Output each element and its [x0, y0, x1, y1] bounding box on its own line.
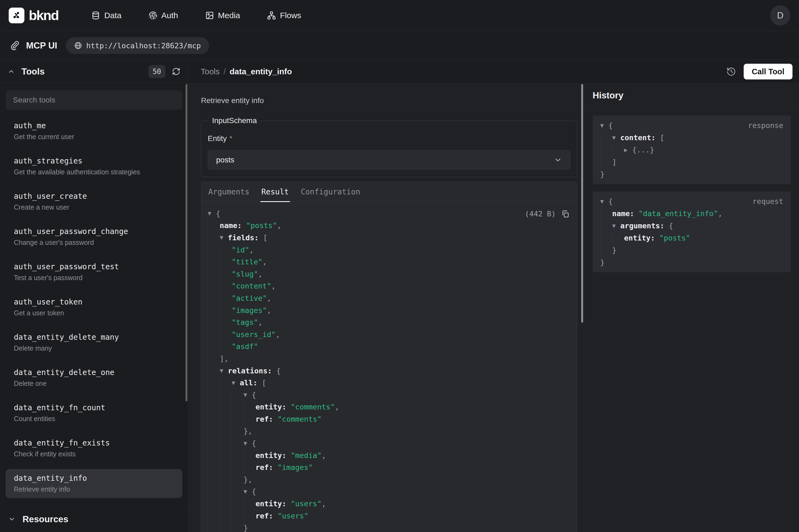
- server-url: http://localhost:28623/mcp: [86, 41, 201, 50]
- nav-item-flows[interactable]: Flows: [267, 11, 301, 20]
- expand-toggle-icon[interactable]: ▼: [220, 235, 228, 240]
- search-input[interactable]: [6, 90, 182, 110]
- expand-toggle-icon[interactable]: ▼: [220, 368, 228, 373]
- tab-result[interactable]: Result: [262, 182, 289, 202]
- history-icon[interactable]: [726, 67, 736, 76]
- nav-item-data[interactable]: Data: [91, 11, 121, 20]
- indent-guide: [208, 353, 220, 365]
- indent-guide: [208, 401, 220, 413]
- tool-item-data_entity_delete_many[interactable]: data_entity_delete_manyDelete many: [6, 328, 182, 357]
- tool-description: Delete many: [14, 344, 174, 352]
- json-line: "content",: [208, 280, 570, 292]
- chevron-down-icon: [554, 156, 562, 164]
- tool-item-auth_user_password_change[interactable]: auth_user_password_changeChange a user's…: [6, 222, 182, 251]
- history-entry-request[interactable]: request▼{name: "data_entity_info",▼argum…: [593, 191, 791, 272]
- expand-toggle-icon[interactable]: ▼: [208, 211, 216, 216]
- expand-toggle-icon[interactable]: ▼: [600, 199, 608, 204]
- indent-guide: [600, 132, 612, 144]
- indent-guide: [208, 220, 220, 232]
- indent-guide: [220, 244, 232, 256]
- indent-guide: [232, 522, 244, 532]
- tool-item-data_entity_fn_count[interactable]: data_entity_fn_countCount entities: [6, 399, 182, 428]
- expand-toggle-icon[interactable]: ▼: [232, 380, 240, 385]
- expand-toggle-icon[interactable]: ▼: [612, 223, 620, 229]
- tools-count-badge: 50: [148, 65, 166, 78]
- tool-name: data_entity_delete_one: [14, 368, 174, 377]
- tool-item-auth_user_create[interactable]: auth_user_createCreate a new user: [6, 187, 182, 216]
- tool-item-auth_me[interactable]: auth_meGet the current user: [6, 117, 182, 146]
- json-line: entity: "comments",: [208, 401, 570, 413]
- result-size: (442 B): [525, 210, 556, 218]
- tool-name: auth_user_create: [14, 192, 174, 201]
- indent-guide: [208, 232, 220, 244]
- call-tool-button[interactable]: Call Tool: [744, 64, 793, 79]
- indent-guide: [232, 437, 244, 449]
- expand-toggle-icon[interactable]: ▼: [244, 489, 252, 494]
- expand-toggle-icon[interactable]: ▼: [244, 392, 252, 398]
- tool-item-auth_user_password_test[interactable]: auth_user_password_testTest a user's pas…: [6, 258, 182, 287]
- tool-item-data_entity_info[interactable]: data_entity_infoRetrieve entity info: [6, 469, 182, 498]
- history-entry-type: response: [748, 119, 783, 132]
- indent-guide: [220, 413, 232, 425]
- tool-item-data_entity_delete_one[interactable]: data_entity_delete_oneDelete one: [6, 363, 182, 392]
- indent-guide: [208, 328, 220, 341]
- expand-toggle-icon[interactable]: ▶: [624, 147, 632, 153]
- tab-arguments[interactable]: Arguments: [208, 182, 249, 202]
- tool-item-data_entity_fn_exists[interactable]: data_entity_fn_existsCheck if entity exi…: [6, 434, 182, 463]
- indent-guide: [220, 377, 232, 389]
- breadcrumb-section[interactable]: Tools: [201, 67, 220, 76]
- history-panel: History response▼{▼content: [▶{...}]}req…: [584, 83, 799, 532]
- indent-guide: [612, 144, 624, 156]
- server-url-pill[interactable]: http://localhost:28623/mcp: [66, 37, 209, 54]
- entity-select[interactable]: posts: [208, 150, 570, 169]
- nav-item-media[interactable]: Media: [205, 11, 240, 20]
- mcp-bar: MCP UI http://localhost:28623/mcp: [0, 31, 799, 60]
- indent-guide: [232, 413, 244, 425]
- bknd-logo[interactable]: bknd: [9, 7, 58, 23]
- tool-name: auth_strategies: [14, 157, 174, 166]
- avatar[interactable]: D: [770, 5, 790, 25]
- bknd-logo-icon: [9, 7, 24, 23]
- tools-section-header[interactable]: Tools 50: [0, 60, 188, 83]
- tool-name: auth_user_token: [14, 298, 174, 306]
- indent-guide: [208, 389, 220, 401]
- tool-list: auth_meGet the current userauth_strategi…: [0, 110, 188, 498]
- indent-guide: [208, 461, 220, 473]
- indent-guide: [232, 498, 244, 510]
- tool-description: Count entities: [14, 415, 174, 423]
- indent-guide: [220, 268, 232, 280]
- tool-name: data_entity_fn_exists: [14, 439, 174, 448]
- json-line: entity: "users",: [208, 498, 570, 510]
- json-line: ▼{: [208, 437, 570, 449]
- indent-guide: [244, 401, 255, 413]
- sidebar-scrollbar[interactable]: [186, 84, 187, 401]
- resources-section-header[interactable]: Resources: [0, 506, 188, 532]
- tool-description: Retrieve entity info: [14, 486, 174, 493]
- main-scrollbar[interactable]: [581, 84, 583, 323]
- tool-description: Check if entity exists: [14, 450, 174, 458]
- tool-item-auth_user_token[interactable]: auth_user_tokenGet a user token: [6, 293, 182, 322]
- refresh-icon[interactable]: [172, 67, 180, 76]
- json-line: "users_id",: [208, 328, 570, 341]
- globe-icon: [74, 41, 82, 50]
- copy-icon[interactable]: [561, 210, 569, 218]
- flows-icon: [267, 11, 276, 20]
- database-icon: [91, 11, 100, 20]
- json-line: "id",: [208, 244, 570, 256]
- json-line: }: [600, 244, 783, 256]
- entity-field-label: Entity*: [208, 134, 570, 143]
- indent-guide: [232, 510, 244, 522]
- indent-guide: [220, 449, 232, 461]
- expand-toggle-icon[interactable]: ▼: [612, 135, 620, 140]
- indent-guide: [220, 486, 232, 498]
- indent-guide: [220, 341, 232, 353]
- expand-toggle-icon[interactable]: ▼: [600, 123, 608, 128]
- tool-item-auth_strategies[interactable]: auth_strategiesGet the available authent…: [6, 152, 182, 181]
- nav-item-auth[interactable]: Auth: [149, 11, 178, 20]
- json-line: "slug",: [208, 268, 570, 280]
- expand-toggle-icon[interactable]: ▼: [244, 441, 252, 446]
- tool-description: Create a new user: [14, 203, 174, 211]
- indent-guide: [208, 292, 220, 304]
- tab-configuration[interactable]: Configuration: [301, 182, 360, 202]
- history-entry-response[interactable]: response▼{▼content: [▶{...}]}: [593, 115, 791, 184]
